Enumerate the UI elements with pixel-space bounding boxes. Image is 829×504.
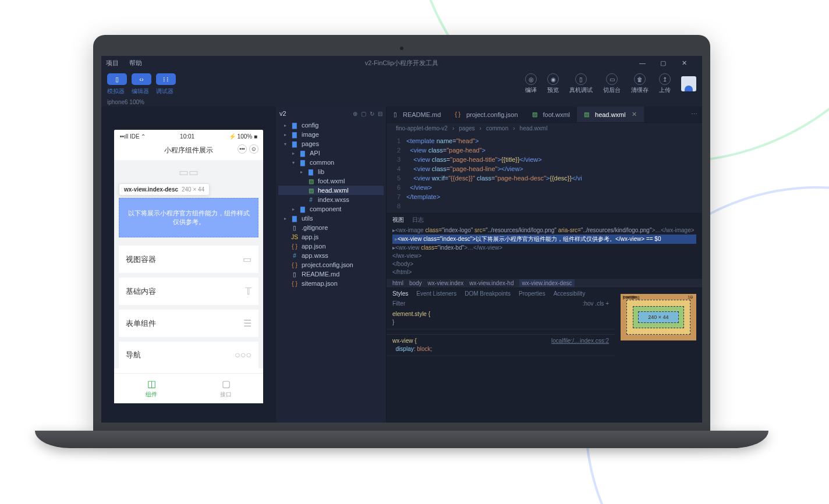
ide-window: 项目 帮助 v2-FinClip小程序开发工具 — ▢ ✕ ▯ ‹› ⫶⫶ 模拟… — [101, 56, 702, 423]
camera-dot — [400, 47, 403, 50]
editor-tab[interactable]: ▨head.wxml✕ — [577, 107, 644, 122]
menu-help[interactable]: 帮助 — [129, 59, 142, 68]
simulator-pane: ••ıll IDE ⌃ 10:01 ⚡ 100% ■ 小程序组件展示 ••• ⊙… — [101, 107, 276, 423]
close-icon[interactable]: ✕ — [681, 59, 687, 67]
tree-item[interactable]: #index.wxss — [278, 195, 384, 204]
toolbar: ▯ ‹› ⫶⫶ 模拟器 编辑器 调试器 ◎编译 ◉预览 ▯真机调试 ▭切后台 🗑… — [101, 70, 702, 98]
styles-tabs: StylesEvent ListenersDOM BreakpointsProp… — [387, 288, 615, 299]
css-rule[interactable]: localfile:/…index.css:2wx-view { display… — [387, 335, 615, 356]
devtools-tab-view[interactable]: 视图 — [392, 216, 404, 224]
tree-item[interactable]: ▨foot.wxml — [278, 176, 384, 186]
tool-simulator-icon[interactable]: ▯ — [107, 73, 127, 85]
styles-subtab[interactable]: Properties — [519, 290, 545, 297]
menu-project[interactable]: 项目 — [106, 59, 119, 68]
avatar[interactable] — [681, 76, 696, 91]
tool-debugger-label: 调试器 — [156, 87, 173, 95]
styles-subtab[interactable]: Accessibility — [554, 290, 585, 297]
collapse-icon[interactable]: ⊟ — [378, 111, 382, 117]
remote-debug-button[interactable]: ▯真机调试 — [569, 73, 593, 94]
tool-simulator-label: 模拟器 — [107, 87, 125, 95]
phone-menu-icon[interactable]: ••• — [238, 144, 247, 154]
tree-item[interactable]: { }sitemap.json — [278, 279, 384, 288]
devtools-tab-log[interactable]: 日志 — [412, 216, 424, 224]
tree-item[interactable]: ▾▇common — [278, 158, 384, 167]
phone-tab-component[interactable]: ◫组件 — [114, 374, 189, 403]
dom-breadcrumb: htmlbodywx-view.indexwx-view.index-hdwx-… — [387, 279, 702, 288]
phone-title: 小程序组件展示 — [164, 146, 213, 154]
phone-preview: ••ıll IDE ⌃ 10:01 ⚡ 100% ■ 小程序组件展示 ••• ⊙… — [114, 130, 263, 403]
preview-button[interactable]: ◉预览 — [547, 73, 559, 94]
refresh-icon[interactable]: ↻ — [370, 111, 374, 117]
inspect-tooltip: wx-view.index-desc240 × 44 — [119, 183, 210, 196]
list-item[interactable]: 视图容器▭ — [119, 246, 258, 273]
code-editor[interactable]: 1<template name="head">2 <view class="pa… — [387, 134, 702, 213]
editor-tab[interactable]: ▯README.md — [387, 107, 448, 122]
tree-item[interactable]: ▸▇utils — [278, 214, 384, 223]
new-folder-icon[interactable]: ▢ — [361, 111, 366, 117]
compile-button[interactable]: ◎编译 — [525, 73, 537, 94]
tree-item[interactable]: { }app.json — [278, 242, 384, 251]
tree-item[interactable]: ▸▇lib — [278, 167, 384, 176]
tree-item[interactable]: ▾▇pages — [278, 139, 384, 148]
close-tab-icon: ✕ — [632, 111, 637, 118]
box-model: margin10 border– padding 240 × 44 — [615, 288, 702, 423]
css-rule[interactable]: </span><div class="sel">.index-desc {</d… — [387, 329, 615, 335]
window-title: v2-FinClip小程序开发工具 — [101, 59, 702, 68]
tab-overflow-icon[interactable]: ⋯ — [686, 111, 702, 118]
phone-tab-api[interactable]: ▢接口 — [189, 374, 263, 403]
upload-button[interactable]: ↥上传 — [659, 73, 671, 94]
laptop-frame: 项目 帮助 v2-FinClip小程序开发工具 — ▢ ✕ ▯ ‹› ⫶⫶ 模拟… — [93, 35, 710, 448]
tree-item[interactable]: JSapp.js — [278, 232, 384, 242]
editor-tab[interactable]: ▨foot.wxml — [525, 107, 577, 122]
editor-pane: ▯README.md{ }project.config.json▨foot.wx… — [387, 107, 702, 423]
highlighted-element[interactable]: 以下将展示小程序官方组件能力，组件样式仅供参考。 — [119, 198, 258, 237]
styles-subtab[interactable]: DOM Breakpoints — [465, 290, 511, 297]
phone-close-icon[interactable]: ⊙ — [249, 144, 258, 154]
list-item[interactable]: 表单组件☰ — [119, 310, 258, 337]
tree-item[interactable]: ▯README.md — [278, 269, 384, 279]
tree-item[interactable]: #app.wxss — [278, 251, 384, 260]
tree-item[interactable]: ▸▇image — [278, 130, 384, 139]
styles-subtab[interactable]: Styles — [392, 290, 408, 297]
tree-item[interactable]: ▯.gitignore — [278, 223, 384, 232]
tool-editor-label: 编辑器 — [132, 87, 149, 95]
phone-battery: ⚡ 100% ■ — [229, 133, 257, 140]
styles-subtab[interactable]: Event Listeners — [416, 290, 456, 297]
status-bar: iphone6 100% — [101, 98, 702, 107]
devtools-panel: 视图 日志 ▸<wx-image class="index-logo" src=… — [387, 213, 702, 423]
css-rule[interactable]: element.style {} — [387, 308, 615, 329]
list-item[interactable]: 导航○○○ — [119, 342, 258, 368]
maximize-icon[interactable]: ▢ — [660, 59, 666, 67]
tree-item[interactable]: ▸▇API — [278, 148, 384, 158]
background-button[interactable]: ▭切后台 — [603, 73, 621, 94]
tree-item[interactable]: ▸▇config — [278, 120, 384, 130]
file-tree-pane: v2 ⊕ ▢ ↻ ⊟ ▸▇config▸▇image▾▇pages▸▇API▾▇… — [276, 107, 387, 423]
tree-item[interactable]: ▸▇component — [278, 204, 384, 214]
editor-tab[interactable]: { }project.config.json — [448, 107, 525, 122]
tree-item[interactable]: { }project.config.json — [278, 260, 384, 269]
list-item[interactable]: 基础内容𝕋 — [119, 278, 258, 305]
tool-editor-icon[interactable]: ‹› — [132, 73, 151, 85]
tree-item[interactable]: ▨head.wxml — [278, 186, 384, 195]
menubar: 项目 帮助 v2-FinClip小程序开发工具 — ▢ ✕ — [101, 56, 702, 70]
breadcrumb: fino-applet-demo-v2›pages›common›head.wx… — [387, 123, 702, 134]
tree-root-name: v2 — [279, 110, 286, 117]
phone-signal: ••ıll IDE ⌃ — [120, 133, 146, 140]
new-file-icon[interactable]: ⊕ — [353, 111, 357, 117]
styles-filter-input[interactable]: Filter — [392, 300, 405, 307]
laptop-base — [35, 431, 768, 448]
editor-tabs: ▯README.md{ }project.config.json▨foot.wx… — [387, 107, 702, 123]
phone-time: 10:01 — [180, 133, 194, 140]
minimize-icon[interactable]: — — [639, 59, 645, 67]
dom-tree[interactable]: ▸<wx-image class="index-logo" src="../re… — [387, 224, 702, 279]
styles-filter-controls[interactable]: :hov .cls + — [583, 300, 609, 307]
tool-debugger-icon[interactable]: ⫶⫶ — [156, 73, 176, 85]
clear-cache-button[interactable]: 🗑清缓存 — [631, 73, 649, 94]
